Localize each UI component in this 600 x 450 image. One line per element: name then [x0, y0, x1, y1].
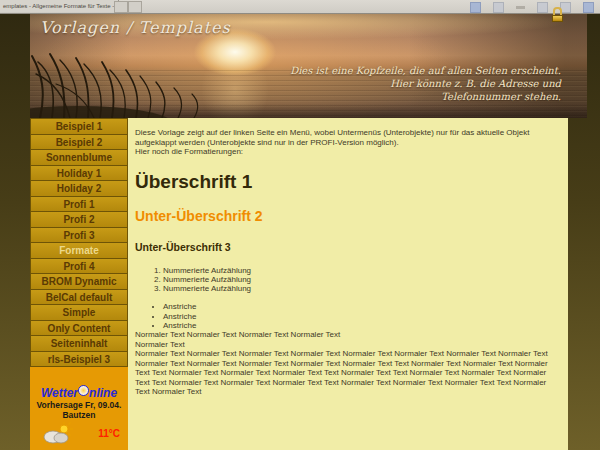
numbered-item: Nummerierte Aufzählung [163, 275, 558, 284]
template-menu: Beispiel 1 Beispiel 2 Sonnenblume Holida… [30, 119, 128, 367]
tagline-line-1: Dies ist eine Kopfzeile, die auf allen S… [290, 64, 561, 77]
main-content: Diese Vorlage zeigt auf der linken Seite… [128, 118, 568, 450]
sidebar-item-formate[interactable]: Formate [30, 242, 128, 259]
normal-text-line: Normaler Text [135, 340, 558, 350]
numbered-item: Nummerierte Aufzählung [163, 266, 558, 275]
tagline-line-3: Telefonnummer stehen. [290, 90, 561, 103]
app-window: emplates - Allgemeine Formate für Texte … [0, 0, 600, 450]
normal-text-line: Normaler Text Normaler Text Normaler Tex… [135, 330, 558, 340]
sidebar: Beispiel 1 Beispiel 2 Sonnenblume Holida… [30, 118, 128, 450]
page-title: Vorlagen / Templates [40, 18, 231, 37]
partly-cloudy-icon [40, 422, 74, 444]
sidebar-item-rls-beispiel-3[interactable]: rls-Beispiel 3 [30, 351, 128, 368]
sidebar-item-belcal-default[interactable]: BelCal default [30, 289, 128, 306]
numbered-list: Nummerierte Aufzählung Nummerierte Aufzä… [135, 266, 558, 294]
numbered-item: Nummerierte Aufzählung [163, 284, 558, 293]
header-tagline: Dies ist eine Kopfzeile, die auf allen S… [290, 64, 561, 103]
sidebar-item-beispiel-1[interactable]: Beispiel 1 [30, 118, 128, 135]
bullet-item: Anstriche [163, 321, 558, 330]
normal-text-long-paragraph: Normaler Text Normaler Text Normaler Tex… [135, 349, 558, 397]
sidebar-item-profi-4[interactable]: Profi 4 [30, 258, 128, 275]
bullet-item: Anstriche [163, 312, 558, 321]
sidebar-item-beispiel-2[interactable]: Beispiel 2 [30, 134, 128, 151]
sidebar-item-profi-3[interactable]: Profi 3 [30, 227, 128, 244]
tagline-line-2: Hier könnte z. B. die Adresse und [290, 77, 561, 90]
browser-chrome: emplates - Allgemeine Formate für Texte … [0, 0, 600, 14]
sidebar-item-holiday-1[interactable]: Holiday 1 [30, 165, 128, 182]
sidebar-item-brom-dynamic[interactable]: BROM Dynamic [30, 273, 128, 290]
tab-scroll-left-button[interactable] [114, 1, 128, 13]
browser-tab[interactable]: emplates - Allgemeine Formate für Texte … [0, 0, 119, 12]
print-icon[interactable] [470, 2, 481, 13]
bullet-list: Anstriche Anstriche Anstriche [135, 302, 558, 330]
page-icon[interactable] [493, 2, 504, 13]
help-icon[interactable] [583, 2, 594, 13]
intro-paragraph: Diese Vorlage zeigt auf der linken Seite… [135, 128, 558, 147]
weather-widget: Wetternline Vorhersage Fr, 09.04. Bautze… [30, 385, 128, 450]
forecast-city: Bautzen [30, 410, 128, 420]
wetteronline-logo[interactable]: Wetternline [30, 385, 128, 400]
sidebar-item-sonnenblume[interactable]: Sonnenblume [30, 149, 128, 166]
sidebar-item-profi-1[interactable]: Profi 1 [30, 196, 128, 213]
sidebar-item-simple[interactable]: Simple [30, 304, 128, 321]
formats-line: Hier noch die Formatierungen: [135, 147, 558, 157]
logo-text-nline: nline [89, 386, 117, 400]
bullet-item: Anstriche [163, 302, 558, 311]
lock-icon [552, 7, 563, 20]
sidebar-item-holiday-2[interactable]: Holiday 2 [30, 180, 128, 197]
heading-1: Überschrift 1 [135, 171, 558, 193]
logo-text-wetter: Wetter [41, 386, 78, 400]
header-banner: Vorlagen / Templates Dies ist eine Kopfz… [30, 14, 587, 118]
sidebar-item-only-content[interactable]: Only Content [30, 320, 128, 337]
sidebar-item-profi-2[interactable]: Profi 2 [30, 211, 128, 228]
tab-scroll-right-button[interactable] [128, 1, 142, 13]
minimize-icon[interactable] [516, 6, 525, 9]
dune-grass-silhouette [30, 48, 220, 118]
heading-3: Unter-Überschrift 3 [135, 241, 558, 253]
temperature-value: 11°C [98, 428, 120, 439]
heading-2: Unter-Überschrift 2 [135, 208, 558, 224]
cascade-icon[interactable] [537, 2, 548, 13]
browser-toolbar-icons [470, 2, 594, 13]
normal-text-paragraph: Normaler Text Normaler Text Normaler Tex… [135, 330, 558, 349]
forecast-date: Vorhersage Fr, 09.04. [30, 400, 128, 410]
sidebar-item-seiteninhalt[interactable]: Seiteninhalt [30, 335, 128, 352]
sun-o-icon [78, 385, 89, 396]
